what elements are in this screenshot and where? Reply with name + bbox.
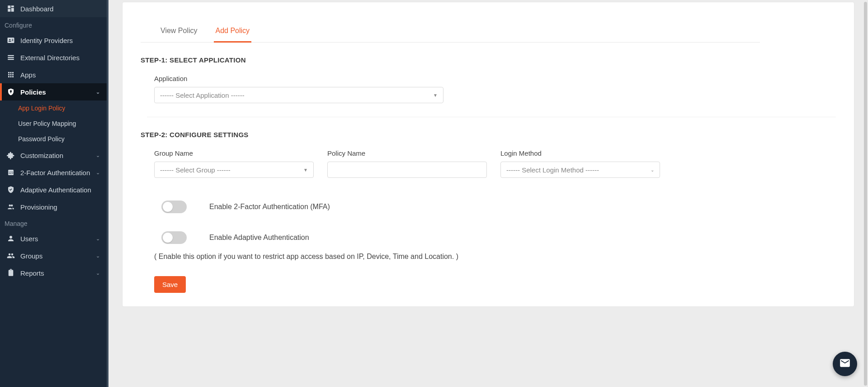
sidebar-label: 2-Factor Authentication (20, 169, 90, 177)
list-icon (7, 53, 15, 62)
caret-down-icon: ▼ (303, 167, 308, 172)
sidebar-item-2fa[interactable]: 123 2-Factor Authentication ⌄ (0, 164, 107, 181)
group-icon (7, 252, 15, 260)
group-name-select-value: ------ Select Group ------ (160, 166, 231, 174)
group-name-select[interactable]: ------ Select Group ------ ▼ (154, 162, 314, 178)
shield-check-icon (7, 186, 15, 194)
tab-view-policy[interactable]: View Policy (159, 20, 199, 43)
sidebar-label: Dashboard (20, 5, 100, 13)
sidebar-label: Identity Providers (20, 37, 100, 44)
step1-title: STEP-1: SELECT APPLICATION (141, 56, 836, 64)
sidebar-label: Provisioning (20, 203, 100, 211)
chevron-down-icon: ⌄ (96, 153, 100, 158)
user-icon (7, 234, 15, 243)
sidebar-item-external-directories[interactable]: External Directories (0, 49, 107, 66)
sidebar-subitem-app-login-policy[interactable]: App Login Policy (0, 100, 107, 116)
tab-bar: View Policy Add Policy (141, 20, 760, 43)
sidebar-label: Customization (20, 152, 90, 159)
sidebar-item-provisioning[interactable]: Provisioning (0, 198, 107, 215)
sidebar-item-apps[interactable]: Apps (0, 66, 107, 83)
sidebar-item-groups[interactable]: Groups ⌄ (0, 247, 107, 264)
login-method-select-value: ------ Select Login Method ------ (506, 166, 599, 174)
toggle-adaptive[interactable] (161, 231, 187, 244)
toggle-mfa[interactable] (161, 201, 187, 213)
puzzle-icon (7, 151, 15, 159)
sidebar-label: Adaptive Authentication (20, 186, 100, 194)
chevron-down-icon: ⌄ (96, 270, 100, 276)
chevron-down-icon: ⌄ (96, 253, 100, 259)
users-sync-icon (7, 203, 15, 211)
sidebar-item-identity-providers[interactable]: Identity Providers (0, 32, 107, 49)
keypad-icon: 123 (7, 168, 15, 177)
application-select[interactable]: ------ Select Application ------ ▼ (154, 87, 443, 103)
application-label: Application (154, 75, 443, 82)
id-card-icon (7, 36, 15, 44)
sidebar-label: Users (20, 235, 90, 243)
chevron-down-icon: ⌄ (96, 236, 100, 242)
sidebar-subitem-user-policy-mapping[interactable]: User Policy Mapping (0, 116, 107, 131)
chat-fab[interactable] (833, 352, 857, 376)
login-method-label: Login Method (500, 149, 660, 157)
sidebar-item-policies[interactable]: Policies ⌄ (0, 83, 107, 100)
policy-card: View Policy Add Policy STEP-1: SELECT AP… (122, 2, 854, 307)
divider (147, 117, 836, 117)
sidebar-section-configure: Configure (0, 17, 107, 32)
sidebar-label: Reports (20, 269, 90, 277)
toggle-adaptive-description: ( Enable this option if you want to rest… (154, 250, 471, 263)
grid-icon (7, 71, 15, 79)
main-scrollbar[interactable] (864, 2, 867, 386)
application-select-value: ------ Select Application ------ (160, 91, 245, 99)
mail-icon (839, 357, 851, 371)
policy-name-input[interactable] (327, 162, 487, 178)
step2-title: STEP-2: CONFIGURE SETTINGS (141, 131, 836, 139)
sidebar-item-reports[interactable]: Reports ⌄ (0, 264, 107, 282)
sidebar-item-adaptive-auth[interactable]: Adaptive Authentication (0, 181, 107, 198)
sidebar-label: External Directories (20, 54, 100, 62)
clipboard-icon (7, 269, 15, 277)
group-name-label: Group Name (154, 149, 314, 157)
sidebar-label: Groups (20, 252, 90, 260)
sidebar: Dashboard Configure Identity Providers E… (0, 0, 108, 387)
dashboard-icon (7, 5, 15, 13)
sidebar-label: Policies (20, 88, 90, 96)
main-content: View Policy Add Policy STEP-1: SELECT AP… (108, 0, 868, 387)
sidebar-item-customization[interactable]: Customization ⌄ (0, 147, 107, 164)
sidebar-subitem-password-policy[interactable]: Password Policy (0, 131, 107, 147)
policy-name-label: Policy Name (327, 149, 487, 157)
shield-policy-icon (7, 88, 15, 96)
caret-down-icon: ▼ (433, 93, 438, 98)
chevron-down-icon: ⌄ (651, 167, 654, 172)
tab-add-policy[interactable]: Add Policy (214, 20, 252, 43)
sidebar-section-manage: Manage (0, 215, 107, 230)
chevron-down-icon: ⌄ (96, 170, 100, 176)
sidebar-item-users[interactable]: Users ⌄ (0, 230, 107, 247)
login-method-select[interactable]: ------ Select Login Method ------ ⌄ (500, 162, 660, 178)
sidebar-label: Apps (20, 71, 100, 79)
sidebar-item-dashboard[interactable]: Dashboard (0, 0, 107, 17)
svg-text:123: 123 (8, 171, 14, 174)
toggle-mfa-label: Enable 2-Factor Authentication (MFA) (209, 203, 330, 211)
chevron-down-icon: ⌄ (96, 89, 100, 95)
save-button[interactable]: Save (154, 276, 186, 293)
toggle-adaptive-label: Enable Adaptive Authentication (209, 234, 309, 242)
